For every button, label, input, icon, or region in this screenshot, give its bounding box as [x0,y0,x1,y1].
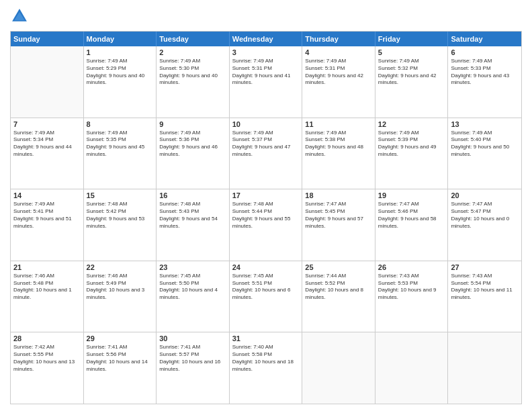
cell-daylight: Daylight: 10 hours and 16 minutes. [159,359,220,372]
cell-date-number: 24 [232,263,300,271]
cell-date-number: 13 [451,120,519,128]
cell-date-number: 15 [87,191,154,199]
calendar-cell: 29Sunrise: 7:41 AMSunset: 5:56 PMDayligh… [84,332,157,404]
cell-date-number: 21 [13,263,81,271]
cell-date-number: 3 [232,48,300,56]
cell-daylight: Daylight: 9 hours and 47 minutes. [232,144,291,157]
cell-sunrise: Sunrise: 7:43 AM [378,273,419,279]
cell-sunrise: Sunrise: 7:49 AM [87,58,128,64]
cell-date-number: 28 [13,334,81,342]
calendar-cell [448,332,521,404]
calendar-cell: 2Sunrise: 7:49 AMSunset: 5:30 PMDaylight… [157,46,230,118]
cell-daylight: Daylight: 9 hours and 55 minutes. [232,216,291,229]
cell-date-number: 30 [159,334,226,342]
cell-info: Sunrise: 7:49 AMSunset: 5:34 PMDaylight:… [13,130,81,158]
cell-sunrise: Sunrise: 7:49 AM [159,58,200,64]
calendar-cell: 26Sunrise: 7:43 AMSunset: 5:53 PMDayligh… [375,261,449,332]
cell-sunrise: Sunrise: 7:47 AM [305,201,346,207]
cell-date-number: 19 [378,191,445,199]
cell-sunrise: Sunrise: 7:47 AM [378,201,419,207]
cell-date-number: 17 [232,191,300,199]
cell-sunset: Sunset: 5:40 PM [451,136,490,142]
cell-daylight: Daylight: 10 hours and 1 minute. [13,287,72,300]
calendar-cell: 8Sunrise: 7:49 AMSunset: 5:35 PMDaylight… [84,118,157,189]
cell-date-number: 10 [232,120,300,128]
calendar-week: 14Sunrise: 7:49 AMSunset: 5:41 PMDayligh… [11,189,521,261]
cell-info: Sunrise: 7:49 AMSunset: 5:32 PMDaylight:… [378,58,445,87]
cell-daylight: Daylight: 9 hours and 44 minutes. [13,144,72,157]
cell-date-number: 8 [87,120,154,128]
cell-sunset: Sunset: 5:52 PM [305,280,345,286]
cell-info: Sunrise: 7:47 AMSunset: 5:47 PMDaylight:… [451,201,519,230]
calendar-day-name: Tuesday [157,32,230,46]
cell-daylight: Daylight: 9 hours and 42 minutes. [378,73,437,86]
cell-info: Sunrise: 7:49 AMSunset: 5:41 PMDaylight:… [13,201,81,230]
cell-sunrise: Sunrise: 7:40 AM [232,344,273,350]
cell-daylight: Daylight: 10 hours and 13 minutes. [13,359,75,372]
calendar: SundayMondayTuesdayWednesdayThursdayFrid… [10,31,522,404]
cell-sunset: Sunset: 5:47 PM [451,208,490,214]
cell-date-number: 29 [87,334,154,342]
cell-daylight: Daylight: 10 hours and 8 minutes. [305,287,363,300]
cell-daylight: Daylight: 9 hours and 54 minutes. [159,216,218,229]
page: SundayMondayTuesdayWednesdayThursdayFrid… [0,0,532,411]
calendar-week: 1Sunrise: 7:49 AMSunset: 5:29 PMDaylight… [11,46,521,118]
cell-sunset: Sunset: 5:43 PM [159,208,199,214]
calendar-cell: 25Sunrise: 7:44 AMSunset: 5:52 PMDayligh… [302,261,375,332]
cell-date-number: 9 [159,120,226,128]
cell-sunrise: Sunrise: 7:49 AM [13,201,54,207]
calendar-cell: 30Sunrise: 7:41 AMSunset: 5:57 PMDayligh… [157,332,230,404]
calendar-cell: 23Sunrise: 7:45 AMSunset: 5:50 PMDayligh… [157,261,230,332]
cell-sunset: Sunset: 5:46 PM [378,208,418,214]
cell-info: Sunrise: 7:49 AMSunset: 5:40 PMDaylight:… [451,130,519,158]
cell-info: Sunrise: 7:41 AMSunset: 5:57 PMDaylight:… [159,344,226,373]
calendar-cell: 3Sunrise: 7:49 AMSunset: 5:31 PMDaylight… [230,46,303,118]
cell-info: Sunrise: 7:49 AMSunset: 5:37 PMDaylight:… [232,130,300,158]
cell-date-number: 31 [232,334,300,342]
cell-info: Sunrise: 7:46 AMSunset: 5:49 PMDaylight:… [87,273,154,302]
calendar-day-name: Friday [375,32,449,46]
cell-sunrise: Sunrise: 7:41 AM [87,344,128,350]
calendar-cell: 11Sunrise: 7:49 AMSunset: 5:38 PMDayligh… [302,118,375,189]
cell-info: Sunrise: 7:49 AMSunset: 5:35 PMDaylight:… [87,130,154,158]
cell-sunrise: Sunrise: 7:49 AM [305,58,346,64]
calendar-cell: 6Sunrise: 7:49 AMSunset: 5:33 PMDaylight… [448,46,521,118]
cell-sunrise: Sunrise: 7:41 AM [159,344,200,350]
cell-info: Sunrise: 7:49 AMSunset: 5:31 PMDaylight:… [232,58,300,87]
cell-sunset: Sunset: 5:48 PM [13,280,53,286]
cell-sunrise: Sunrise: 7:49 AM [305,130,346,136]
cell-sunrise: Sunrise: 7:45 AM [232,273,273,279]
cell-date-number: 6 [451,48,519,56]
cell-sunrise: Sunrise: 7:48 AM [232,201,273,207]
cell-date-number: 23 [159,263,226,271]
calendar-day-name: Wednesday [230,32,303,46]
logo-icon [10,7,29,26]
cell-sunset: Sunset: 5:30 PM [159,65,199,71]
cell-sunrise: Sunrise: 7:47 AM [451,201,492,207]
cell-daylight: Daylight: 10 hours and 6 minutes. [232,287,291,300]
cell-info: Sunrise: 7:43 AMSunset: 5:54 PMDaylight:… [451,273,519,302]
cell-daylight: Daylight: 9 hours and 40 minutes. [87,73,145,86]
cell-daylight: Daylight: 9 hours and 53 minutes. [87,216,145,229]
cell-sunset: Sunset: 5:56 PM [87,351,126,357]
calendar-day-name: Monday [84,32,157,46]
cell-sunset: Sunset: 5:49 PM [87,280,126,286]
cell-daylight: Daylight: 9 hours and 45 minutes. [87,144,145,157]
cell-date-number: 20 [451,191,519,199]
calendar-cell: 21Sunrise: 7:46 AMSunset: 5:48 PMDayligh… [11,261,84,332]
cell-info: Sunrise: 7:40 AMSunset: 5:58 PMDaylight:… [232,344,300,373]
cell-sunset: Sunset: 5:44 PM [232,208,272,214]
cell-sunset: Sunset: 5:32 PM [378,65,418,71]
calendar-cell: 15Sunrise: 7:48 AMSunset: 5:42 PMDayligh… [84,189,157,261]
logo [10,7,32,26]
cell-date-number: 25 [305,263,372,271]
cell-sunset: Sunset: 5:42 PM [87,208,126,214]
header [10,7,522,26]
cell-info: Sunrise: 7:48 AMSunset: 5:42 PMDaylight:… [87,201,154,230]
calendar-header: SundayMondayTuesdayWednesdayThursdayFrid… [11,32,521,46]
cell-sunrise: Sunrise: 7:49 AM [159,130,200,136]
cell-daylight: Daylight: 9 hours and 43 minutes. [451,73,509,86]
cell-info: Sunrise: 7:45 AMSunset: 5:50 PMDaylight:… [159,273,226,302]
cell-sunset: Sunset: 5:31 PM [305,65,345,71]
cell-daylight: Daylight: 9 hours and 41 minutes. [232,73,291,86]
